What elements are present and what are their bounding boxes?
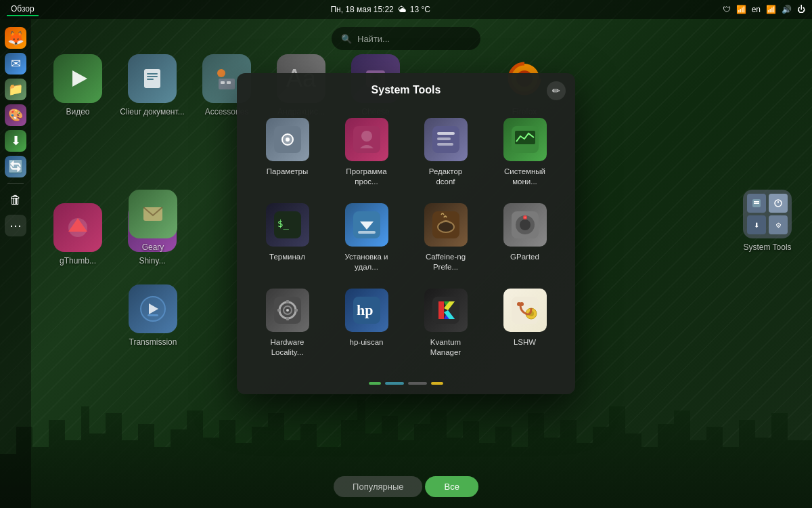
app-caffeine[interactable]: Caffeine-ng Prefe... <box>406 195 485 280</box>
svg-point-48 <box>524 217 526 219</box>
app-dconf[interactable]: Редактор dconf <box>406 110 485 195</box>
app-gparted[interactable]: GParted <box>485 195 564 280</box>
hp-label: hp-uiscan <box>350 337 384 347</box>
parametry-label: Параметры <box>267 167 308 177</box>
modal-header: System Tools ✏ <box>237 73 575 104</box>
caffeine-icon <box>424 203 468 247</box>
svg-rect-53 <box>286 300 289 303</box>
scroll-indicators <box>237 377 575 394</box>
app-install[interactable]: Установка и удал... <box>327 195 406 280</box>
svg-text:$_: $_ <box>277 218 289 230</box>
app-lshw[interactable]: LSHW <box>485 280 564 366</box>
programma-label: Программа прос... <box>340 167 394 187</box>
bottom-tabs: Популярные Все <box>334 476 478 497</box>
svg-point-30 <box>361 131 372 142</box>
svg-text:hp: hp <box>357 301 373 318</box>
modal-title: System Tools <box>371 84 441 96</box>
scroll-dot-2 <box>385 382 404 385</box>
dconf-label: Редактор dconf <box>419 167 473 187</box>
svg-rect-54 <box>286 317 289 320</box>
app-programma[interactable]: Программа прос... <box>327 110 406 195</box>
monitor-label: Системный мони... <box>498 167 552 187</box>
caffeine-label: Caffeine-ng Prefe... <box>419 252 473 272</box>
svg-rect-56 <box>294 309 298 312</box>
hardware-label: Hardware Locality... <box>261 337 315 358</box>
modal-overlay: System Tools ✏ Параметры <box>0 0 812 508</box>
svg-rect-32 <box>437 132 455 135</box>
svg-rect-59 <box>432 297 459 324</box>
app-kvantum[interactable]: Kvantum Manager <box>406 280 485 366</box>
app-monitor[interactable]: Системный мони... <box>485 110 564 195</box>
edit-icon: ✏ <box>552 85 560 96</box>
modal-edit-button[interactable]: ✏ <box>547 81 566 100</box>
kvantum-icon <box>424 289 468 332</box>
install-icon <box>345 203 388 247</box>
tab-popular[interactable]: Популярные <box>334 476 422 497</box>
hp-icon: hp <box>345 289 388 332</box>
svg-rect-55 <box>277 309 281 312</box>
scroll-dot-3 <box>408 382 427 385</box>
svg-point-70 <box>520 302 524 306</box>
scroll-dot-1 <box>369 382 381 385</box>
app-hp[interactable]: hp hp-uiscan <box>327 280 406 366</box>
scroll-dot-4 <box>431 382 443 385</box>
system-tools-modal: System Tools ✏ Параметры <box>237 73 575 394</box>
app-hardware[interactable]: Hardware Locality... <box>248 280 327 366</box>
app-parametry[interactable]: Параметры <box>248 110 327 195</box>
svg-rect-61 <box>438 301 444 319</box>
svg-rect-34 <box>437 143 453 146</box>
app-terminal[interactable]: $_ Терминал <box>248 195 327 280</box>
tab-all[interactable]: Все <box>426 476 478 497</box>
programma-icon <box>345 118 388 161</box>
monitor-icon <box>503 118 547 161</box>
svg-point-46 <box>520 219 531 230</box>
desktop: Обзор Пн, 18 мая 15:22 🌥 13 °C 🛡 📶 en 📶 … <box>0 0 812 508</box>
lshw-label: LSHW <box>514 337 536 347</box>
install-label: Установка и удал... <box>340 252 394 272</box>
svg-point-28 <box>286 137 290 142</box>
dconf-icon <box>424 118 468 161</box>
terminal-icon: $_ <box>266 203 309 247</box>
kvantum-label: Kvantum Manager <box>419 337 473 358</box>
svg-rect-33 <box>437 137 451 140</box>
gparted-icon <box>503 203 547 247</box>
lshw-icon <box>503 289 547 332</box>
hardware-icon <box>266 289 309 332</box>
svg-rect-41 <box>358 231 376 234</box>
terminal-label: Терминал <box>269 252 305 262</box>
gparted-label: GParted <box>510 252 539 262</box>
parametry-icon <box>266 118 309 161</box>
modal-app-grid: Параметры Программа прос... <box>237 104 575 377</box>
svg-point-43 <box>438 221 454 232</box>
svg-point-52 <box>286 309 289 312</box>
